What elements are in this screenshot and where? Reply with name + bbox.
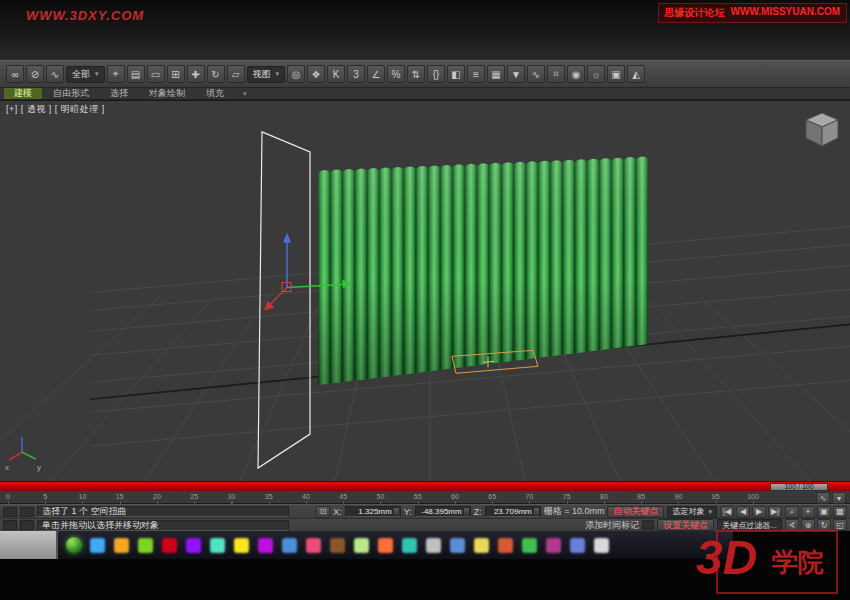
maxscript-mini-listener[interactable] <box>3 507 17 517</box>
named-selection-sets-icon[interactable]: {} <box>427 65 445 83</box>
taskbar-app-icon[interactable] <box>522 538 537 553</box>
perspective-viewport[interactable]: xy [+] [ 透视 ] [ 明暗处理 ] <box>0 100 850 481</box>
frame-tick-85: 85 <box>637 493 645 500</box>
angle-snap-icon[interactable]: ∠ <box>367 65 385 83</box>
start-button[interactable] <box>66 537 82 553</box>
select-and-move-icon[interactable]: ✚ <box>187 65 205 83</box>
align-icon[interactable]: ≡ <box>467 65 485 83</box>
desktop-area: 3D 学院 <box>0 531 850 600</box>
frame-tick-55: 55 <box>414 493 422 500</box>
y-coordinate-field[interactable]: -48.395mm <box>415 506 471 517</box>
z-coordinate-field[interactable]: 23.709mm <box>485 506 541 517</box>
time-slider[interactable]: 100 / 100 <box>0 481 850 491</box>
taskbar-app-icon[interactable] <box>402 538 417 553</box>
time-tag-field[interactable] <box>642 520 654 530</box>
ribbon-tab-3[interactable]: 选择 <box>100 88 138 99</box>
zoom-icon[interactable]: ⌕ <box>785 506 799 518</box>
taskbar-app-icon[interactable] <box>474 538 489 553</box>
taskbar-app-icon[interactable] <box>90 538 105 553</box>
taskbar-app-icon[interactable] <box>138 538 153 553</box>
window-crossing-icon[interactable]: ⊞ <box>167 65 185 83</box>
spinner-snap-icon[interactable]: ⇅ <box>407 65 425 83</box>
unlink-selection-icon[interactable]: ⊘ <box>26 65 44 83</box>
time-slider-handle[interactable]: 100 / 100 <box>770 483 828 491</box>
ribbon-tab-4[interactable]: 对象绘制 <box>139 88 195 99</box>
taskbar-app-icon[interactable] <box>570 538 585 553</box>
zoom-all-icon[interactable]: ⌖ <box>801 506 815 518</box>
render-setup-icon[interactable]: ☼ <box>587 65 605 83</box>
reference-coordinate-combo[interactable]: 视图▾ <box>247 66 286 83</box>
taskbar-app-icon[interactable] <box>162 538 177 553</box>
bind-to-space-warp-icon[interactable]: ∿ <box>46 65 64 83</box>
taskbar-app-icon[interactable] <box>186 538 201 553</box>
taskbar-app-icon[interactable] <box>378 538 393 553</box>
select-and-manipulate-icon[interactable]: ❖ <box>307 65 325 83</box>
x-coordinate-field[interactable]: 1.325mm <box>345 506 401 517</box>
material-editor-icon[interactable]: ◉ <box>567 65 585 83</box>
taskbar-app-icon[interactable] <box>330 538 345 553</box>
graphite-ribbon-icon[interactable]: ▼ <box>507 65 525 83</box>
curtain-object[interactable] <box>318 150 648 385</box>
add-time-tag[interactable]: 添加时间标记 <box>585 519 654 532</box>
selection-lock-icon[interactable]: ⊡ <box>316 506 330 518</box>
reference-coordinate-combo-label: 视图 <box>253 68 271 81</box>
zoom-extents-all-icon[interactable]: ▩ <box>833 506 847 518</box>
select-and-scale-icon[interactable]: ▱ <box>227 65 245 83</box>
y-coordinate-label: Y: <box>404 507 412 517</box>
use-pivot-center-icon[interactable]: ◎ <box>287 65 305 83</box>
curve-editor-icon[interactable]: ∿ <box>527 65 545 83</box>
rendered-frame-icon[interactable]: ▣ <box>607 65 625 83</box>
select-and-rotate-icon[interactable]: ↻ <box>207 65 225 83</box>
select-and-link-icon[interactable]: ∞ <box>6 65 24 83</box>
open-mini-curve-editor-icon[interactable]: ∿ <box>816 492 830 504</box>
selection-set-combo[interactable]: 选定对象 ▾ <box>667 506 717 518</box>
frame-tick-20: 20 <box>153 493 161 500</box>
layer-manager-icon[interactable]: ▦ <box>487 65 505 83</box>
render-production-icon[interactable]: ◭ <box>627 65 645 83</box>
taskbar-app-icon[interactable] <box>258 538 273 553</box>
status-bar: 选择了 1 个 空间扭曲 ⊡ X: 1.325mm Y: -48.395mm Z… <box>0 504 850 518</box>
select-by-name-icon[interactable]: ▤ <box>127 65 145 83</box>
isolate-selection-toggle[interactable] <box>3 520 17 530</box>
ribbon-tab-1[interactable]: 建模 <box>4 88 42 99</box>
frame-tick-15: 15 <box>116 493 124 500</box>
maxscript-listener-toggle[interactable] <box>20 507 34 517</box>
ribbon-minimize-icon[interactable]: ▾ <box>243 88 247 99</box>
taskbar-app-icon[interactable] <box>426 538 441 553</box>
taskbar-app-icon[interactable] <box>114 538 129 553</box>
taskbar-app-icon[interactable] <box>282 538 297 553</box>
mirror-icon[interactable]: ◧ <box>447 65 465 83</box>
taskbar-app-icon[interactable] <box>498 538 513 553</box>
view-cube[interactable] <box>806 113 838 146</box>
rectangular-selection-icon[interactable]: ▭ <box>147 65 165 83</box>
frame-tick-70: 70 <box>526 493 534 500</box>
track-bar-filter-icon[interactable]: ▾ <box>832 492 846 504</box>
go-to-start-icon[interactable]: |◀ <box>720 506 734 518</box>
percent-snap-icon[interactable]: % <box>387 65 405 83</box>
taskbar-app-icon[interactable] <box>234 538 249 553</box>
taskbar-app-icon[interactable] <box>210 538 225 553</box>
snap-toggle-3d-icon[interactable]: 3 <box>347 65 365 83</box>
auto-key-button[interactable]: 自动关键点 <box>607 506 664 518</box>
taskbar-app-icon[interactable] <box>450 538 465 553</box>
keyboard-override-icon[interactable]: K <box>327 65 345 83</box>
taskbar-app-icon[interactable] <box>594 538 609 553</box>
watermark-logo-3d: 3D <box>696 525 757 591</box>
ribbon-tab-5[interactable]: 填充 <box>196 88 234 99</box>
play-animation-icon[interactable]: ▶ <box>752 506 766 518</box>
select-object-icon[interactable]: ⌖ <box>107 65 125 83</box>
viewport-label[interactable]: [+] [ 透视 ] [ 明暗处理 ] <box>6 103 105 116</box>
go-to-end-icon[interactable]: ▶| <box>768 506 782 518</box>
taskbar-app-icon[interactable] <box>546 538 561 553</box>
track-bar[interactable]: ∿ ▾ 051015202530354045505560657075808590… <box>0 491 850 504</box>
taskbar-app-icon[interactable] <box>306 538 321 553</box>
selection-filter-combo[interactable]: 全部▾ <box>66 66 105 83</box>
ribbon-tab-2[interactable]: 自由形式 <box>43 88 99 99</box>
taskbar-app-icon[interactable] <box>354 538 369 553</box>
previous-frame-icon[interactable]: ◀ <box>736 506 750 518</box>
zoom-extents-icon[interactable]: ▣ <box>817 506 831 518</box>
chevron-down-icon: ▾ <box>276 70 280 78</box>
selection-lock-toggle[interactable] <box>20 520 34 530</box>
windows-taskbar[interactable] <box>0 531 733 559</box>
schematic-view-icon[interactable]: ⌗ <box>547 65 565 83</box>
